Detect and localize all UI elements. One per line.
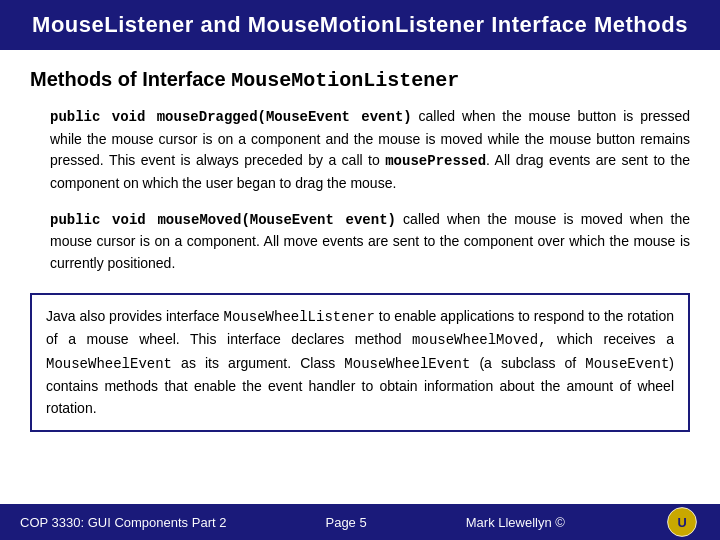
hl-text5: (a subclass of: [470, 355, 585, 371]
hl-text4: as its argument. Class: [172, 355, 344, 371]
hl-code5: MouseEvent: [585, 356, 669, 372]
footer-logo: U: [664, 504, 700, 540]
method1-code: mousePressed: [385, 153, 486, 169]
method2-block: public void mouseMoved(MouseEvent event)…: [50, 209, 690, 275]
hl-code4: MouseWheelEvent: [344, 356, 470, 372]
highlight-text: Java also provides interface MouseWheelL…: [46, 305, 674, 420]
section-title: Methods of Interface MouseMotionListener: [30, 68, 690, 92]
method1-block: public void mouseDragged(MouseEvent even…: [50, 106, 690, 195]
hl-code1: MouseWheelListener: [224, 309, 375, 325]
slide: MouseListener and MouseMotionListener In…: [0, 0, 720, 540]
footer-left: COP 3330: GUI Components Part 2: [20, 515, 226, 530]
footer-center: Page 5: [325, 515, 366, 530]
method1-text: public void mouseDragged(MouseEvent even…: [50, 106, 690, 195]
hl-code3: MouseWheelEvent: [46, 356, 172, 372]
method1-signature: public void mouseDragged(MouseEvent even…: [50, 109, 412, 125]
title-text: MouseListener and MouseMotionListener In…: [32, 12, 688, 37]
highlight-box: Java also provides interface MouseWheelL…: [30, 293, 690, 432]
section-title-plain: Methods of Interface: [30, 68, 231, 90]
hl-text3: which receives a: [547, 331, 674, 347]
slide-title: MouseListener and MouseMotionListener In…: [0, 0, 720, 50]
section-title-mono: MouseMotionListener: [231, 69, 459, 92]
hl-text1: Java also provides interface: [46, 308, 224, 324]
footer-right: Mark Llewellyn ©: [466, 515, 565, 530]
hl-code2: mouseWheelMoved,: [412, 332, 546, 348]
method2-signature: public void mouseMoved(MouseEvent event): [50, 212, 396, 228]
method2-text: public void mouseMoved(MouseEvent event)…: [50, 209, 690, 275]
content-area: Methods of Interface MouseMotionListener…: [0, 50, 720, 504]
svg-text:U: U: [677, 515, 686, 530]
footer: COP 3330: GUI Components Part 2 Page 5 M…: [0, 504, 720, 540]
